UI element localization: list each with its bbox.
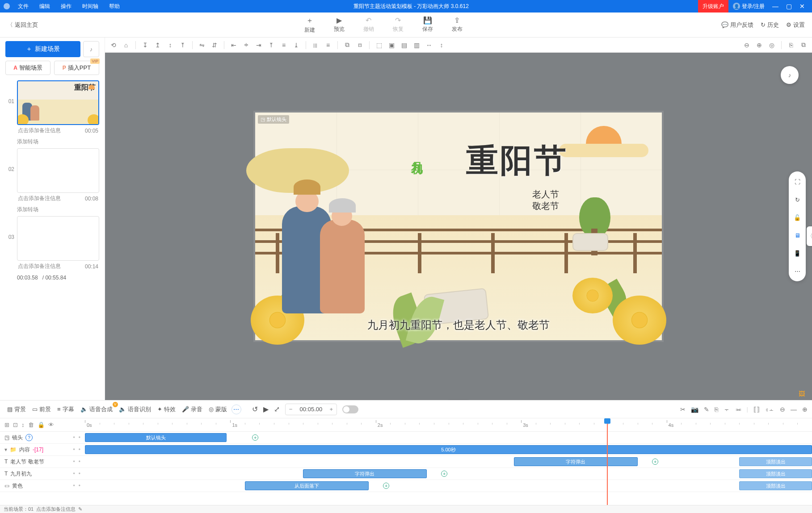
scene-music-button[interactable]: ♪ <box>83 41 99 57</box>
filter-icon[interactable]: ⫟ <box>724 406 730 413</box>
title-subtitle-text[interactable]: 老人节 敬老节 <box>532 188 559 212</box>
title-main-text[interactable]: 重阳节 <box>466 139 568 182</box>
new-scene-button[interactable]: ＋ 新建场景 <box>5 41 80 57</box>
track-lane[interactable]: 5.00秒 <box>85 444 812 455</box>
scene-note-text[interactable]: 点击添加备注信息 <box>18 195 61 202</box>
visibility-icon[interactable]: 👁 <box>48 421 54 428</box>
menu-file[interactable]: 文件 <box>13 2 33 11</box>
lock-track-icon[interactable]: 🔒 <box>38 421 45 428</box>
lock-icon[interactable]: 🔓 <box>791 212 803 223</box>
scene-thumbnail[interactable]: 重阳节 <box>17 80 99 125</box>
zoom-in-icon[interactable]: ⊕ <box>754 40 764 50</box>
camera-icon[interactable]: 📷 <box>691 406 698 413</box>
toolbar-preview-button[interactable]: ▶预览 <box>330 14 348 36</box>
timeline-tab-5[interactable]: ✦特效 <box>155 404 178 415</box>
timeline-tab-3[interactable]: 🔈语音合成 <box>78 404 115 415</box>
toolbar-save-button[interactable]: 💾保存 <box>419 14 437 36</box>
more-icon[interactable]: ⋯ <box>791 265 803 277</box>
valign-bot-icon[interactable]: ⤓ <box>291 40 301 50</box>
status-note[interactable]: 点击添加备注信息 <box>36 506 76 513</box>
vspace-icon[interactable]: ↕ <box>437 40 446 50</box>
zoom-out-tl-icon[interactable]: ⊖ <box>780 406 785 413</box>
stage[interactable]: ◳ 默认镜头 <box>255 113 662 340</box>
timeline-clip[interactable]: 从后面落下 <box>245 481 369 490</box>
menu-edit[interactable]: 编辑 <box>35 2 55 11</box>
toolbar-publish-button[interactable]: ⇪发布 <box>448 14 466 36</box>
track-lane[interactable]: 字符弹出顶部淡出+ <box>85 468 812 480</box>
dist-h-icon[interactable]: ⫼ <box>311 40 320 50</box>
add-track-icon[interactable]: ⊞ <box>4 421 9 428</box>
track-lane[interactable]: 从后面落下顶部淡出+ <box>85 480 812 492</box>
camera-label[interactable]: ◳ 默认镜头 <box>258 115 289 124</box>
marker-in-icon[interactable]: ⟦⟧ <box>753 406 760 413</box>
layer-back-icon[interactable]: ▣ <box>387 40 396 50</box>
subtitle-text[interactable]: 九月初九重阳节，也是老人节、敬老节 <box>255 318 662 332</box>
time-minus-button[interactable]: − <box>286 406 296 413</box>
delete-track-icon[interactable]: 🗑 <box>28 421 34 428</box>
paste-icon[interactable]: ⧉ <box>799 40 808 50</box>
zoom-fit-icon[interactable]: ◎ <box>767 40 777 50</box>
folder-add-icon[interactable]: ⊡ <box>13 421 18 428</box>
timeline-tab-7[interactable]: ◎蒙版 <box>206 404 230 415</box>
layer-up-icon[interactable]: ▤ <box>399 40 409 50</box>
cut-icon[interactable]: ✂ <box>680 406 686 413</box>
home-icon[interactable]: ⌂ <box>121 40 131 50</box>
timeline-tab-6[interactable]: 🎤录音 <box>179 404 205 415</box>
align-right-icon[interactable]: ⇥ <box>254 40 264 50</box>
user-login[interactable]: 👤 登录/注册 <box>729 3 768 10</box>
timeline-tab-2[interactable]: ≡字幕 <box>55 404 77 415</box>
timeline-more-button[interactable]: ⋯ <box>231 405 241 414</box>
picture-icon[interactable]: 🖼 <box>799 390 805 397</box>
track-label[interactable]: ◳镜头?•• <box>0 432 85 443</box>
menu-timeline[interactable]: 时间轴 <box>78 2 103 11</box>
timeline-clip[interactable]: 顶部淡出 <box>739 457 812 466</box>
ungroup-icon[interactable]: ⧈ <box>355 40 365 50</box>
timeline-rewind-button[interactable]: ↺ <box>252 405 258 413</box>
timeline-clip[interactable]: 默认镜头 <box>85 433 227 442</box>
copy-icon[interactable]: ⎘ <box>786 40 796 50</box>
link-icon[interactable]: ⫘ <box>735 406 741 413</box>
edit-icon[interactable]: ✎ <box>704 406 709 413</box>
track-label[interactable]: T老人节 敬老节•• <box>0 456 85 467</box>
settings-button[interactable]: ⚙设置 <box>786 21 805 29</box>
valign-mid-icon[interactable]: ≡ <box>279 40 289 50</box>
timeline-clip[interactable]: 5.00秒 <box>85 445 812 454</box>
zoom-in-tl-icon[interactable]: ⊕ <box>802 406 808 413</box>
add-transition-button[interactable]: 添加转场 <box>17 138 99 146</box>
minimize-button[interactable]: — <box>769 0 782 13</box>
dist-v-icon[interactable]: ≡ <box>323 40 333 50</box>
marker-out-icon[interactable]: ⫞⫠ <box>765 406 774 413</box>
flip-v-icon[interactable]: ⇵ <box>210 40 219 50</box>
timeline-clip[interactable]: 字符弹出 <box>514 457 638 466</box>
close-button[interactable]: ✕ <box>796 0 808 13</box>
zoom-out-icon[interactable]: ⊖ <box>742 40 752 50</box>
right-drawer-handle[interactable]: 〈 <box>807 226 812 246</box>
time-plus-button[interactable]: + <box>326 406 337 413</box>
add-transition-button[interactable]: 添加转场 <box>17 206 99 213</box>
menu-action[interactable]: 操作 <box>56 2 76 11</box>
align-center-icon[interactable]: ⫩ <box>241 40 251 50</box>
hspace-icon[interactable]: ↔ <box>424 40 434 50</box>
layer-front-icon[interactable]: ⬚ <box>374 40 384 50</box>
timeline-time-input[interactable]: − 00:05.00 + <box>285 404 337 415</box>
status-edit-icon[interactable]: ✎ <box>78 506 82 512</box>
playhead[interactable] <box>607 418 608 505</box>
feedback-button[interactable]: 💬用户反馈 <box>721 21 753 29</box>
track-lane[interactable]: 字符弹出顶部淡出+ <box>85 456 812 467</box>
scene-note-text[interactable]: 点击添加备注信息 <box>18 127 61 134</box>
valign-top-icon[interactable]: ⤒ <box>266 40 276 50</box>
chevron-down-icon[interactable]: ▾ <box>4 446 7 453</box>
timeline-tab-1[interactable]: ▭前景 <box>29 404 54 415</box>
scene-note-text[interactable]: 点击添加备注信息 <box>18 263 61 270</box>
align-down-icon[interactable]: ↧ <box>140 40 150 50</box>
track-label[interactable]: ▭黄色•• <box>0 480 85 492</box>
group-icon[interactable]: ⧉ <box>342 40 352 50</box>
sort-icon[interactable]: ↕ <box>21 421 25 428</box>
back-home-button[interactable]: 〈 返回主页 <box>0 21 45 29</box>
track-lane[interactable]: 默认镜头+ <box>85 432 812 443</box>
align-up-icon[interactable]: ↥ <box>153 40 163 50</box>
timeline-tab-0[interactable]: ▨背景 <box>4 404 29 415</box>
menu-help[interactable]: 帮助 <box>105 2 124 11</box>
add-keyframe-button[interactable]: + <box>652 459 658 465</box>
track-label[interactable]: ▾📁内容-[17]•• <box>0 444 85 455</box>
